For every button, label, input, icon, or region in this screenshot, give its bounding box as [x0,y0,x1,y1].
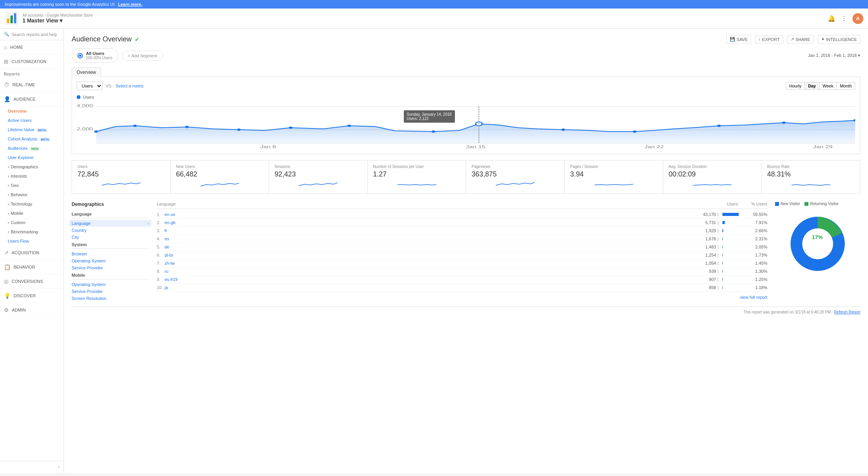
week-button[interactable]: Week [819,82,837,90]
sidebar-sub-active-users[interactable]: Active Users [0,116,63,125]
sidebar-sub-lifetime-value[interactable]: Lifetime Value BETA [0,125,63,134]
lang-name[interactable]: pt-br [165,253,685,257]
sidebar-sub-demographics[interactable]: › Demographics [0,162,63,171]
segment-dot [77,53,83,58]
sidebar-sub-mobile[interactable]: › Mobile [0,209,63,218]
lang-users: 5,731 [685,220,716,225]
lang-name[interactable]: en-us [165,212,685,217]
sidebar-item-realtime[interactable]: ⏱ REAL-TIME [0,78,63,92]
lang-name[interactable]: fr [165,228,685,233]
sidebar-sub-audiences[interactable]: Audiences NEW [0,144,63,153]
svg-point-18 [633,130,636,133]
all-users-segment[interactable]: All Users 100.00% Users [72,48,118,63]
refresh-report-link[interactable]: Refresh Report [834,310,860,314]
export-button[interactable]: ↑ EXPORT [755,35,783,44]
sidebar-item-acquisition[interactable]: ↗ ACQUISITION [0,246,63,260]
date-range-picker[interactable]: Jan 1, 2018 - Feb 1, 2018 ▾ [808,53,860,58]
discover-label: DISCOVER [14,293,36,298]
lang-name[interactable]: ja [165,285,685,290]
sidebar-item-customization[interactable]: ⊞ CUSTOMIZATION [0,55,63,69]
add-segment-button[interactable]: + Add Segment [122,51,163,61]
lang-name[interactable]: en-gb [165,220,685,225]
lang-users: 858 [685,285,716,290]
demo-link-os[interactable]: Operating System [72,257,149,264]
save-button[interactable]: 💾 SAVE [726,35,751,44]
sidebar-item-discover[interactable]: 💡 DISCOVER [0,289,63,303]
stat-asd-value: 00:02:09 [669,170,756,178]
lang-bar-container [722,270,750,273]
intelligence-button[interactable]: ✦ INTELLIGENCE [818,35,860,44]
sidebar-sub-users-flow[interactable]: Users Flow [0,236,63,246]
banner-link[interactable]: Learn more. [118,2,142,7]
language-row-9: 9. es-419 907 | 1.25% [157,276,767,284]
sidebar-item-behavior[interactable]: 📋 BEHAVIOR [0,260,63,274]
overview-tab[interactable]: Overview [72,67,101,77]
hourly-button[interactable]: Hourly [786,82,805,90]
view-full-report-link[interactable]: view full report [157,295,767,300]
month-button[interactable]: Month [836,82,855,90]
demo-link-service-provider[interactable]: Service Provider [72,264,149,271]
demo-link-language[interactable]: Language › [69,220,151,227]
sidebar-sub-overview[interactable]: Overview [0,106,63,116]
bottom-section: Demographics Language Language › Country… [72,202,860,302]
cohort-badge: BETA [40,137,50,142]
share-button[interactable]: ↗ SHARE [787,35,814,44]
lang-name[interactable]: es [165,236,685,241]
lang-name[interactable]: ru [165,269,685,274]
sidebar-sub-behavior[interactable]: › Behavior [0,190,63,199]
language-rows: 1. en-us 43,170 | 59.55% 2. en-gb 5,731 … [157,211,767,292]
sparkline-new-users [176,181,264,188]
stat-sessions-per-user-value: 1.27 [373,170,461,178]
sidebar-sub-interests[interactable]: › Interests [0,171,63,181]
stat-new-users: New Users 66,482 [171,161,269,193]
segment-bar: All Users 100.00% Users + Add Segment Ja… [72,48,860,63]
sidebar-sub-geo[interactable]: › Geo [0,181,63,190]
sparkline-sessions [274,181,362,188]
line-chart: 4,000 2,000 [77,103,855,149]
sidebar-collapse-button[interactable]: ‹ [0,461,63,473]
lang-name[interactable]: de [165,245,685,249]
sparkline-users [77,181,165,188]
demo-link-browser[interactable]: Browser [72,250,149,257]
lang-num: 2. [157,220,165,225]
user-avatar[interactable]: A [853,13,863,24]
lang-users: 1,678 [685,236,716,241]
lang-name[interactable]: es-419 [165,277,685,282]
lang-bar-separator: | [717,277,719,282]
sidebar-sub-custom[interactable]: › Custom [0,218,63,227]
stat-bounce-rate: Bounce Rate 48.31% [762,161,860,193]
metric-select[interactable]: Users [77,82,103,90]
sidebar-sub-benchmarking[interactable]: › Benchmarking [0,227,63,236]
stat-pages-session-value: 3.94 [570,170,658,178]
demo-link-city[interactable]: City [72,234,149,241]
bell-icon[interactable]: 🔔 [828,15,835,22]
stat-users-value: 72,845 [77,170,165,178]
lang-bar-separator: | [717,245,719,249]
demo-link-country[interactable]: Country [72,227,149,234]
sidebar-sub-technology[interactable]: › Technology [0,199,63,209]
more-icon[interactable]: ⋮ [841,15,847,22]
sidebar-sub-cohort-analysis[interactable]: Cohort Analysis BETA [0,134,63,144]
dropdown-icon[interactable]: ▾ [60,17,62,24]
lang-bar [722,213,739,216]
lang-name[interactable]: zh-tw [165,261,685,265]
svg-rect-1 [7,19,9,23]
sidebar-item-conversions[interactable]: ◎ CONVERSIONS [0,274,63,289]
language-row-7: 7. zh-tw 1,054 | 1.45% [157,259,767,267]
lang-num: 7. [157,261,165,265]
sidebar-search[interactable]: 🔍 Search reports and help [0,29,63,40]
sidebar-sub-user-explorer[interactable]: User Explorer [0,153,63,162]
svg-point-10 [133,125,137,127]
demo-link-screen-res[interactable]: Screen Resolution [72,295,149,302]
day-button[interactable]: Day [805,82,819,90]
sidebar-item-audience[interactable]: 👤 AUDIENCE [0,92,63,106]
sidebar-item-admin[interactable]: ⚙ ADMIN [0,303,63,317]
lang-pct: 2.31% [752,236,767,241]
demo-link-mobile-sp[interactable]: Service Provider [72,288,149,295]
chart-area: Users VS. Select a metric Hourly Day Wee… [72,77,860,154]
demo-link-mobile-os[interactable]: Operating System [72,281,149,288]
sidebar-item-home[interactable]: ⌂ HOME [0,40,63,55]
svg-text:83%: 83% [806,246,817,252]
view-name[interactable]: 1 Master View ▾ [22,17,93,24]
select-metric-link[interactable]: Select a metric [116,84,144,88]
